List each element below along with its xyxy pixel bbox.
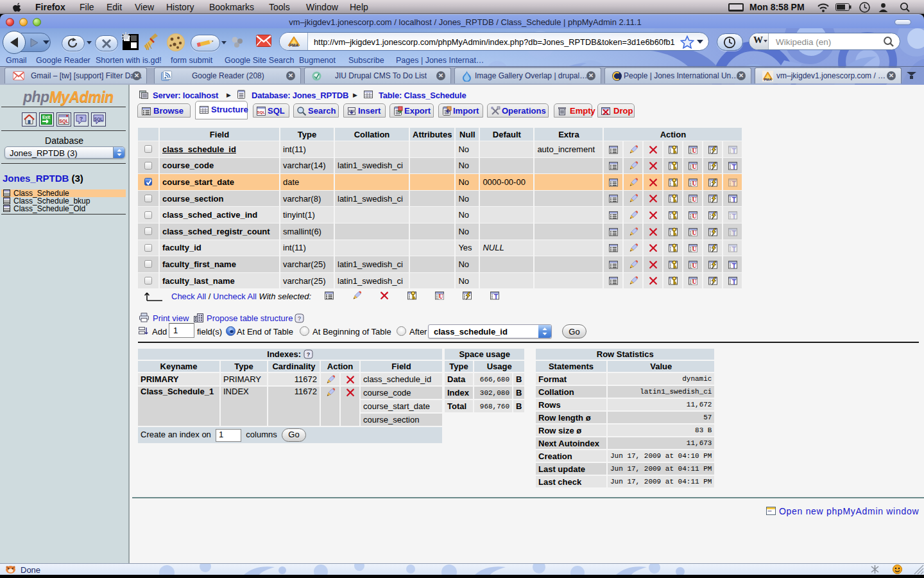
svg-text:?: ?	[306, 351, 310, 358]
svg-text:?: ?	[298, 315, 301, 322]
svg-text:SQL: SQL	[257, 110, 266, 114]
